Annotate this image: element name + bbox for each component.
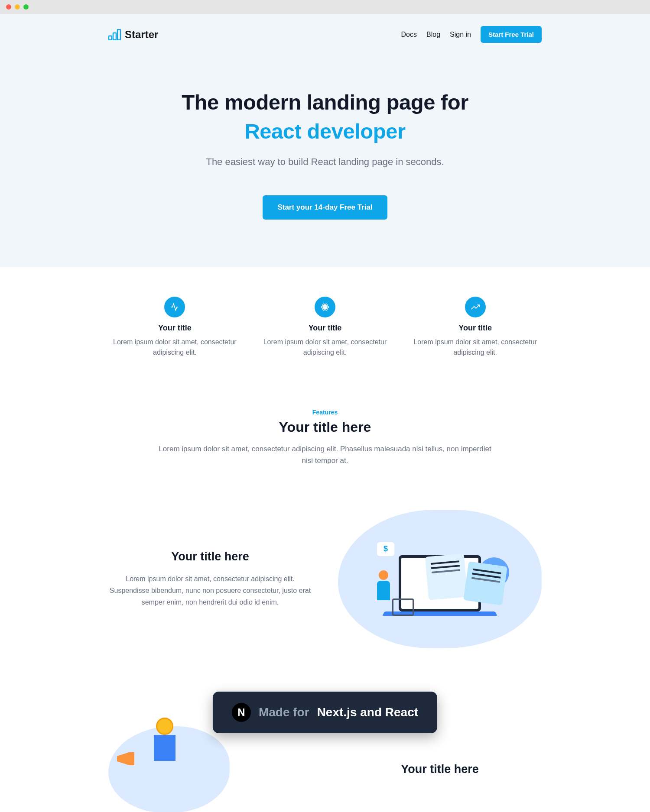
shopping-cart-icon: [392, 598, 414, 616]
svg-rect-2: [117, 29, 120, 40]
blob-background: $: [338, 510, 542, 648]
hero-section: Starter Docs Blog Sign in Start Free Tri…: [0, 14, 650, 267]
trending-up-icon: [465, 297, 486, 317]
window-close-icon[interactable]: [6, 4, 11, 10]
navbar: Starter Docs Blog Sign in Start Free Tri…: [100, 14, 550, 55]
receipt-icon: [425, 553, 468, 600]
feature-block-title: Your title here: [108, 550, 312, 563]
feature-item: Your title Lorem ipsum dolor sit amet, c…: [259, 297, 392, 358]
start-free-trial-button[interactable]: Start Free Trial: [481, 26, 542, 43]
price-tag-icon: $: [377, 542, 394, 556]
feature-row-2: Your title here: [100, 726, 550, 812]
nav-link-blog[interactable]: Blog: [426, 31, 440, 39]
receipt-icon: [463, 561, 507, 605]
svg-rect-0: [109, 36, 112, 40]
blob-background: [108, 726, 230, 812]
logo-text: Starter: [125, 29, 158, 41]
feature-text-block: Your title here Lorem ipsum dolor sit am…: [108, 550, 312, 608]
browser-chrome: [0, 0, 650, 14]
bar-chart-icon: [108, 29, 121, 40]
svg-rect-1: [113, 33, 116, 40]
coin-icon: [156, 718, 173, 735]
tech-badge: N Made for Next.js and React: [213, 692, 437, 733]
window-maximize-icon[interactable]: [23, 4, 29, 10]
feature-title: Your title: [158, 324, 192, 333]
bar-icon: [154, 735, 176, 761]
hero-title-line2: React developer: [156, 119, 494, 144]
feature-item: Your title Lorem ipsum dolor sit amet, c…: [409, 297, 542, 358]
feature-title: Your title: [309, 324, 342, 333]
megaphone-icon: [117, 752, 134, 765]
feature-block-description: Lorem ipsum dolor sit amet, consectetur …: [108, 573, 312, 608]
feature-description: Lorem ipsum dolor sit amet, consectetur …: [409, 337, 542, 358]
feature-title: Your title: [458, 324, 492, 333]
feature-illustration-2: [108, 726, 312, 812]
start-trial-cta-button[interactable]: Start your 14-day Free Trial: [263, 195, 387, 220]
window-minimize-icon[interactable]: [15, 4, 20, 10]
section-title: Your title here: [156, 419, 494, 435]
hero-title-line1: The modern landing page for: [156, 90, 494, 115]
logo[interactable]: Starter: [108, 29, 158, 41]
section-eyebrow: Features: [156, 409, 494, 416]
feature-illustration: $: [338, 510, 542, 648]
hero-description: The easiest way to build React landing p…: [156, 156, 494, 168]
nextjs-icon: N: [232, 703, 251, 722]
badge-main-text: Next.js and React: [317, 705, 418, 719]
feature-item: Your title Lorem ipsum dolor sit amet, c…: [108, 297, 241, 358]
section-description: Lorem ipsum dolor sit amet, consectetur …: [156, 443, 494, 466]
nav-right: Docs Blog Sign in Start Free Trial: [401, 26, 542, 43]
nav-link-signin[interactable]: Sign in: [450, 31, 471, 39]
features-section-header: Features Your title here Lorem ipsum dol…: [147, 409, 503, 466]
svg-point-3: [324, 306, 325, 307]
feature-block-2-title: Your title here: [338, 763, 542, 776]
badge-prefix: Made for: [259, 705, 309, 719]
feature-description: Lorem ipsum dolor sit amet, consectetur …: [259, 337, 392, 358]
hero-content: The modern landing page for React develo…: [147, 90, 503, 220]
feature-text-block-2: Your title here: [338, 763, 542, 776]
laptop-illustration: $: [384, 540, 496, 618]
atom-icon: [315, 297, 335, 317]
nav-link-docs[interactable]: Docs: [401, 31, 417, 39]
activity-icon: [164, 297, 185, 317]
person-icon: [373, 570, 394, 614]
feature-row: Your title here Lorem ipsum dolor sit am…: [100, 510, 550, 648]
features-grid: Your title Lorem ipsum dolor sit amet, c…: [100, 267, 550, 387]
feature-description: Lorem ipsum dolor sit amet, consectetur …: [108, 337, 241, 358]
